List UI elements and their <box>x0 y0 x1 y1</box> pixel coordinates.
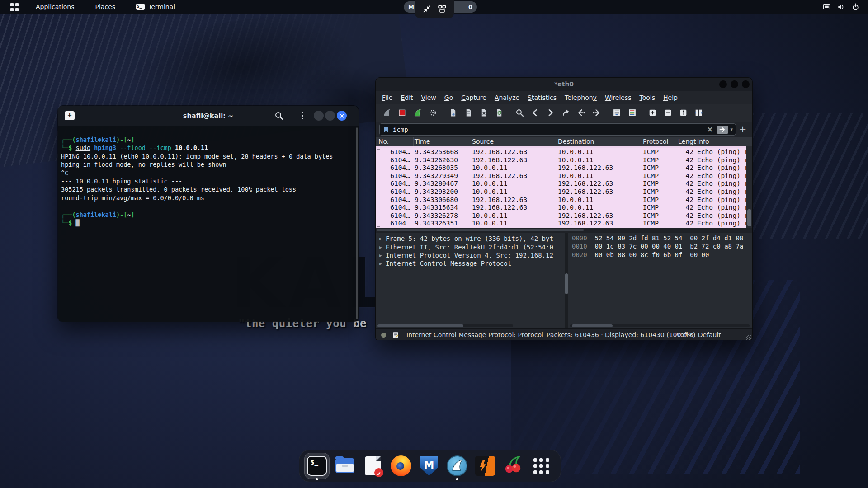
details-scrollbar[interactable] <box>565 233 568 328</box>
dock-terminal[interactable]: $_ <box>303 451 331 480</box>
terminal-output[interactable]: ┌──(shafil⊛kali)-[~]└─$ sudo hping3 --fl… <box>58 126 359 322</box>
toolbar-go-back-button[interactable] <box>529 108 540 118</box>
maximize-button[interactable] <box>731 80 738 88</box>
expand-arrow-icon[interactable]: ▸ <box>379 260 386 267</box>
expand-arrow-icon[interactable]: ▸ <box>379 252 386 258</box>
toolbar-stop-capture-button[interactable] <box>396 108 407 118</box>
details-hscrollbar[interactable] <box>377 324 513 327</box>
toolbar-zoom-out-button[interactable] <box>662 108 673 118</box>
toolbar-reload-file-button[interactable] <box>494 108 505 118</box>
toolbar-zoom-100-button[interactable] <box>678 108 689 118</box>
menu-edit[interactable]: Edit <box>396 91 417 104</box>
menu-go[interactable]: Go <box>440 91 457 104</box>
power-icon[interactable] <box>851 3 860 11</box>
menu-wireless[interactable]: Wireless <box>601 91 636 104</box>
detail-tree-row[interactable]: ▸Internet Protocol Version 4, Src: 192.1… <box>376 251 565 259</box>
close-button[interactable] <box>337 111 347 121</box>
menu-statistics[interactable]: Statistics <box>524 91 561 104</box>
bookmark-icon[interactable] <box>382 126 390 133</box>
hex-row[interactable]: 0010 00 1c 83 7c 00 00 40 01 b2 72 c0 a8… <box>568 243 752 251</box>
capture-comment-icon[interactable] <box>392 331 400 339</box>
toolbar-save-file-button[interactable] <box>463 108 474 118</box>
status-profile[interactable]: Profile: Default <box>674 329 721 340</box>
menu-help[interactable]: Help <box>659 91 682 104</box>
toolbar-close-file-button[interactable] <box>478 108 489 118</box>
add-filter-button[interactable]: + <box>737 123 748 135</box>
bytes-hscrollbar[interactable] <box>570 324 750 327</box>
topbar-menu-terminal[interactable]: $_Terminal <box>133 2 178 11</box>
dock-wireshark[interactable] <box>443 451 471 480</box>
packet-row[interactable]: 6104…9.34326803510.0.0.11192.168.122.63I… <box>376 164 752 172</box>
dock-file-manager[interactable] <box>331 451 359 480</box>
workspaces-icon[interactable] <box>438 5 447 14</box>
wireshark-titlebar[interactable]: *eth0 <box>376 78 752 91</box>
expert-status-icon[interactable] <box>381 333 386 338</box>
maximize-button[interactable] <box>325 111 335 121</box>
network-icon[interactable] <box>822 3 831 11</box>
menu-telephony[interactable]: Telephony <box>561 91 601 104</box>
dock-metasploit[interactable]: M <box>415 451 443 480</box>
toolbar-restart-capture-button[interactable] <box>412 108 423 118</box>
toolbar-go-last-button[interactable] <box>591 108 602 118</box>
packet-bytes-pane[interactable]: 0000 52 54 00 2d fd 81 52 54 00 2f d4 d1… <box>568 233 752 328</box>
terminal-titlebar[interactable]: + shafil@kali: ~ <box>58 106 359 126</box>
detail-tree-row[interactable]: ▸Internet Control Message Protocol <box>376 259 565 267</box>
packet-row[interactable]: 6104…9.343315634192.168.122.6310.0.0.11I… <box>376 204 752 212</box>
packet-row[interactable]: 6104…9.343279349192.168.122.6310.0.0.11I… <box>376 172 752 180</box>
packet-row[interactable]: 6104…9.34332635110.0.0.11192.168.122.63I… <box>376 220 752 228</box>
dock-cherrytree[interactable] <box>499 451 527 480</box>
column-header-source[interactable]: Source <box>471 137 557 146</box>
display-filter-input[interactable]: icmp × ▾ <box>379 123 736 136</box>
column-header-info[interactable]: Info <box>696 137 752 146</box>
apply-filter-button[interactable] <box>717 126 728 134</box>
toolbar-go-first-button[interactable] <box>576 108 586 118</box>
toolbar-resize-columns-button[interactable] <box>693 108 704 118</box>
toolbar-colorize-button[interactable] <box>627 108 637 118</box>
dock-text-editor[interactable] <box>359 451 387 480</box>
dock-firefox[interactable] <box>387 451 415 480</box>
menu-view[interactable]: View <box>417 91 440 104</box>
column-header-destination[interactable]: Destination <box>557 137 642 146</box>
terminal-scrollbar[interactable] <box>356 127 358 319</box>
menu-kebab-icon[interactable] <box>297 111 307 121</box>
expand-arrow-icon[interactable]: ▸ <box>379 244 386 250</box>
minimize-button[interactable] <box>314 111 324 121</box>
menu-file[interactable]: File <box>378 91 396 104</box>
clear-filter-icon[interactable]: × <box>707 126 713 133</box>
detail-tree-row[interactable]: ▸Frame 5: 42 bytes on wire (336 bits), 4… <box>376 235 565 243</box>
close-button[interactable] <box>742 80 750 88</box>
dock-app-grid[interactable] <box>527 451 555 480</box>
hex-row[interactable]: 0020 00 0b 08 00 8c f0 6b 0f 00 00 <box>568 251 752 259</box>
packet-row[interactable]: 6104…9.34328046710.0.0.11192.168.122.63I… <box>376 180 752 188</box>
column-header-time[interactable]: Time <box>414 137 471 146</box>
topbar-menu-places[interactable]: Places <box>93 2 118 11</box>
menu-analyze[interactable]: Analyze <box>491 91 524 104</box>
toolbar-open-file-button[interactable] <box>448 108 458 118</box>
packet-row[interactable]: 6104…9.34329320010.0.0.11192.168.122.63I… <box>376 188 752 196</box>
toolbar-zoom-in-button[interactable] <box>647 108 658 118</box>
toolbar-go-to-packet-button[interactable] <box>560 108 571 118</box>
packet-list-scrollbar[interactable] <box>746 146 752 228</box>
minimize-button[interactable] <box>719 80 727 88</box>
volume-icon[interactable] <box>837 3 845 11</box>
toolbar-find-packet-button[interactable] <box>514 108 525 118</box>
packet-details-pane[interactable]: ▸Frame 5: 42 bytes on wire (336 bits), 4… <box>376 233 565 328</box>
search-icon[interactable] <box>274 111 284 121</box>
toolbar-auto-scroll-button[interactable] <box>611 108 622 118</box>
packet-row[interactable]: 6104…9.343253668192.168.122.6310.0.0.11I… <box>376 148 752 156</box>
column-header-protocol[interactable]: Protocol <box>642 137 677 146</box>
compress-icon[interactable] <box>422 5 431 14</box>
column-header-length[interactable]: Length <box>677 137 696 146</box>
expand-arrow-icon[interactable]: ▸ <box>379 235 386 242</box>
menu-capture[interactable]: Capture <box>457 91 491 104</box>
dock-burpsuite[interactable] <box>471 451 499 480</box>
packet-row[interactable]: 6104…9.343262630192.168.122.6310.0.0.11I… <box>376 156 752 164</box>
toolbar-capture-options-button[interactable] <box>427 108 438 118</box>
filter-dropdown-caret[interactable]: ▾ <box>730 127 733 132</box>
toolbar-start-capture-button[interactable] <box>381 108 392 118</box>
hex-row[interactable]: 0000 52 54 00 2d fd 81 52 54 00 2f d4 d1… <box>568 235 752 243</box>
app-grid-icon[interactable] <box>10 2 19 11</box>
menu-tools[interactable]: Tools <box>636 91 660 104</box>
packet-row[interactable]: 6104…9.34332627810.0.0.11192.168.122.63I… <box>376 212 752 220</box>
topbar-menu-applications[interactable]: Applications <box>33 2 77 11</box>
